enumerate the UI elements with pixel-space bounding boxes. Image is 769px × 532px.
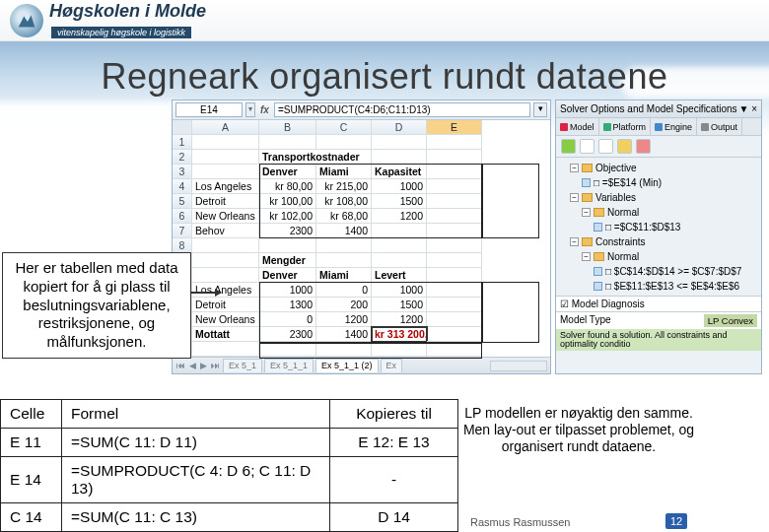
tree-node-objective[interactable]: −Objective (560, 161, 757, 175)
cell[interactable]: kr 80,00 (259, 179, 316, 194)
sheet-tab[interactable]: Ex 5_1 (223, 359, 262, 372)
solver-tool-icon[interactable] (580, 139, 594, 154)
horizontal-scrollbar[interactable] (490, 361, 547, 371)
tree-leaf[interactable]: □ $C$14:$D$14 >= $C$7:$D$7 (560, 264, 757, 279)
cell[interactable]: 1500 (372, 194, 427, 209)
tree-leaf[interactable]: □ =$C$11:$D$13 (560, 220, 757, 234)
col-header[interactable]: D (372, 120, 427, 135)
expand-formula-icon[interactable]: ▾ (533, 102, 547, 117)
spreadsheet-grid[interactable]: A B C D E 1 2Transportkostnader 3DenverM… (173, 120, 550, 357)
cell[interactable]: Miami (316, 268, 372, 283)
collapse-icon[interactable]: − (570, 237, 579, 246)
collapse-icon[interactable]: − (582, 208, 591, 217)
row-header[interactable]: 2 (173, 150, 192, 165)
cell[interactable] (192, 150, 259, 165)
cell[interactable]: 1200 (316, 312, 372, 327)
collapse-icon[interactable]: − (570, 193, 579, 202)
cell[interactable] (427, 150, 482, 165)
col-header[interactable]: A (192, 120, 259, 135)
row-header[interactable]: 7 (173, 224, 192, 238)
cell[interactable] (427, 283, 482, 298)
cell[interactable]: New Orleans (192, 209, 259, 224)
cell[interactable]: Denver (259, 268, 316, 283)
solver-tab-platform[interactable]: Platform (599, 118, 652, 135)
cell[interactable] (427, 268, 482, 283)
cell[interactable] (427, 298, 482, 312)
cell[interactable]: 1400 (316, 224, 372, 238)
solver-dropdown-icon[interactable]: ▼ × (738, 103, 757, 114)
cell[interactable]: kr 102,00 (259, 209, 316, 224)
cell[interactable] (192, 253, 259, 268)
select-all-corner[interactable] (173, 120, 192, 135)
cell[interactable]: 0 (316, 283, 372, 298)
cell[interactable] (316, 135, 372, 150)
collapse-icon[interactable]: − (582, 252, 591, 261)
tree-leaf[interactable]: □ $E$11:$E$13 <= $E$4:$E$6 (560, 279, 757, 294)
cell[interactable] (427, 209, 482, 224)
row-header[interactable]: 3 (173, 165, 192, 179)
cell[interactable] (259, 342, 316, 357)
sheet-tab[interactable]: Ex (381, 359, 403, 372)
cell[interactable]: 1500 (372, 298, 427, 312)
cell[interactable] (192, 238, 259, 253)
cell[interactable]: 1400 (316, 327, 372, 342)
row-header[interactable]: 6 (173, 209, 192, 224)
cell[interactable] (192, 165, 259, 179)
cell[interactable]: 1000 (259, 283, 316, 298)
cell[interactable]: Los Angeles (192, 283, 259, 298)
solver-tab-model[interactable]: Model (556, 118, 599, 135)
cell[interactable]: 1200 (372, 209, 427, 224)
cell[interactable]: kr 108,00 (316, 194, 372, 209)
cell[interactable] (427, 238, 482, 253)
cell[interactable] (427, 135, 482, 150)
cell[interactable]: Detroit (192, 298, 259, 312)
cell[interactable] (427, 312, 482, 327)
row-header[interactable]: 8 (173, 238, 192, 253)
cell[interactable]: Levert (372, 268, 427, 283)
solver-delete-icon[interactable] (636, 139, 651, 154)
cell[interactable]: 1300 (259, 298, 316, 312)
cell[interactable]: Mottatt (192, 327, 259, 342)
cell[interactable] (192, 135, 259, 150)
solver-tab-output[interactable]: Output (697, 118, 742, 135)
cell[interactable]: kr 215,00 (316, 179, 372, 194)
tab-nav-first-icon[interactable]: ⏮ (175, 361, 186, 370)
cell[interactable]: Kapasitet (372, 165, 427, 179)
solver-run-icon[interactable] (561, 139, 576, 154)
cell[interactable]: 0 (259, 312, 316, 327)
cell[interactable] (372, 224, 427, 238)
cell[interactable] (192, 342, 259, 357)
cell[interactable] (372, 150, 427, 165)
cell[interactable]: kr 68,00 (316, 209, 372, 224)
cell[interactable] (427, 165, 482, 179)
cell[interactable] (372, 253, 427, 268)
fx-icon[interactable]: fx (258, 104, 271, 115)
cell[interactable]: 1000 (372, 179, 427, 194)
cell[interactable]: Los Angeles (192, 179, 259, 194)
cell[interactable] (372, 238, 427, 253)
cell[interactable]: Miami (316, 165, 372, 179)
cell[interactable]: Detroit (192, 194, 259, 209)
cell[interactable]: 2300 (259, 327, 316, 342)
cell[interactable] (316, 342, 372, 357)
tab-nav-next-icon[interactable]: ▶ (199, 361, 208, 370)
tree-node-normal[interactable]: −Normal (560, 205, 757, 220)
tab-nav-last-icon[interactable]: ⏭ (210, 361, 221, 370)
row-header[interactable]: 5 (173, 194, 192, 209)
cell[interactable]: 200 (316, 298, 372, 312)
cell[interactable] (372, 342, 427, 357)
row-header[interactable]: 1 (173, 135, 192, 150)
cell[interactable] (427, 327, 482, 342)
tab-nav-prev-icon[interactable]: ◀ (188, 361, 197, 370)
col-header[interactable]: E (427, 120, 482, 135)
cell[interactable]: Transportkostnader (259, 150, 372, 165)
collapse-icon[interactable]: − (570, 164, 579, 172)
namebox-dropdown-icon[interactable]: ▾ (245, 102, 255, 117)
cell[interactable]: kr 100,00 (259, 194, 316, 209)
cell[interactable] (372, 135, 427, 150)
col-header[interactable]: B (259, 120, 316, 135)
cell[interactable]: New Orleans (192, 312, 259, 327)
formula-input[interactable]: =SUMPRODUCT(C4:D6;C11:D13) (274, 102, 530, 117)
cell[interactable] (427, 342, 482, 357)
cell[interactable]: Mengder (259, 253, 316, 268)
